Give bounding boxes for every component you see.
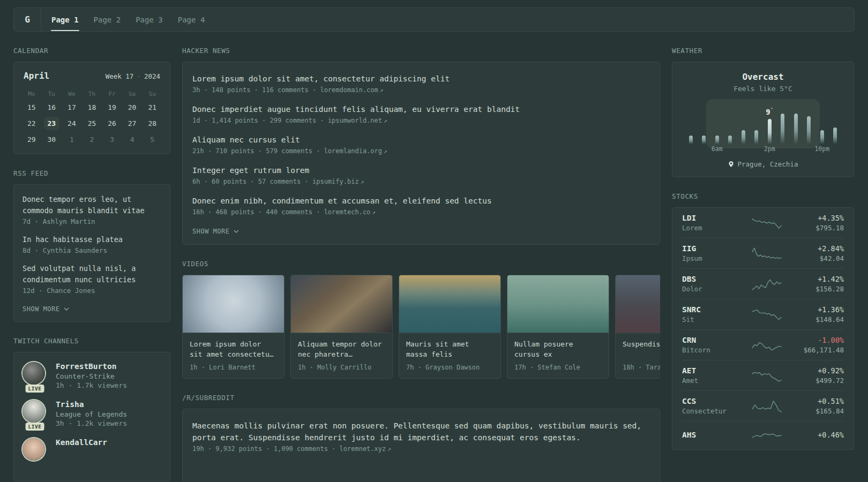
- tab-page-1[interactable]: Page 1: [51, 8, 79, 31]
- stock-id: LDI Lorem: [682, 214, 739, 232]
- calendar-week-label: Week 17: [106, 72, 134, 80]
- hackernews-item-title[interactable]: Donec enim nibh, condimentum et accumsan…: [192, 195, 650, 207]
- hackernews-show-more-button[interactable]: SHOW MORE: [192, 228, 239, 235]
- tab-page-3[interactable]: Page 3: [135, 8, 163, 31]
- stock-row: CRN Bitcorn -1.00% $66,171.48: [682, 329, 844, 360]
- video-thumbnail[interactable]: [183, 275, 284, 333]
- stock-price: $66,171.48: [795, 346, 844, 354]
- video-card[interactable]: Lorem ipsum dolor sit amet consectetu… 1…: [182, 275, 285, 379]
- external-link-icon: ↗: [372, 209, 376, 216]
- hackernews-item: Integer eget rutrum lorem 6h · 60 points…: [192, 164, 650, 185]
- stock-symbol[interactable]: CRN: [682, 336, 739, 344]
- calendar-day-next-month: 2: [84, 133, 100, 146]
- twitch-channel-name[interactable]: ForrestBurton: [56, 362, 127, 371]
- twitch-channel-name[interactable]: KendallCarr: [56, 438, 107, 447]
- video-thumbnail[interactable]: [507, 275, 609, 333]
- rss-card: Donec tempor eros leo, ut commodo mauris…: [13, 184, 170, 322]
- stock-symbol[interactable]: AET: [682, 366, 739, 375]
- video-title[interactable]: Suspendisse diam: [623, 339, 660, 359]
- video-card[interactable]: Nullam posuere cursus ex 17h · Stefan Co…: [507, 275, 609, 379]
- weather-location: Prague, Czechia: [683, 160, 843, 168]
- avatar[interactable]: [23, 362, 45, 385]
- stock-values: +4.35% $795.18: [795, 214, 844, 232]
- stock-sparkline: [739, 337, 795, 353]
- weather-bar: [689, 135, 693, 144]
- subreddit-post-title[interactable]: Maecenas mollis pulvinar erat non posuer…: [192, 420, 650, 443]
- weather-axis-label: 6am: [712, 145, 723, 153]
- stock-symbol[interactable]: SNRC: [682, 305, 739, 314]
- video-thumbnail[interactable]: [399, 275, 500, 333]
- videos-widget: VIDEOS Lorem ipsum dolor sit amet consec…: [182, 260, 660, 379]
- rss-show-more-button[interactable]: SHOW MORE: [23, 305, 69, 313]
- weather-location-label: Prague, Czechia: [738, 160, 798, 168]
- stock-symbol[interactable]: DBS: [682, 275, 739, 283]
- twitch-channel-row: KendallCarr: [23, 438, 161, 461]
- calendar-day: 15: [24, 101, 40, 114]
- video-card[interactable]: Suspendisse diam 18h · Tara: [615, 275, 660, 379]
- video-card[interactable]: Mauris sit amet massa felis 7h · Grayson…: [399, 275, 501, 379]
- video-meta: 1h · Molly Carrillo: [298, 364, 385, 371]
- twitch-channel-name[interactable]: Trisha: [56, 400, 127, 409]
- video-title[interactable]: Aliquam tempor dolor nec pharetra…: [298, 339, 385, 359]
- weather-bar: [702, 135, 706, 144]
- chevron-down-icon: [64, 307, 69, 311]
- weather-bar-current: [768, 119, 772, 144]
- hackernews-item-title[interactable]: Donec imperdiet augue tincidunt felis al…: [192, 103, 650, 115]
- stock-change: +4.35%: [795, 214, 844, 222]
- stock-price: $156.28: [795, 285, 844, 293]
- video-body: Mauris sit amet massa felis 7h · Grayson…: [399, 333, 500, 378]
- calendar-day: 19: [104, 101, 120, 114]
- calendar-widget: CALENDAR April Week 17 · 2024 Mo Tu We: [13, 47, 170, 154]
- show-more-label: SHOW MORE: [23, 305, 60, 313]
- video-title[interactable]: Nullam posuere cursus ex: [514, 339, 602, 359]
- hackernews-domain-link[interactable]: ipsumify.biz: [312, 178, 359, 185]
- hackernews-item-title[interactable]: Integer eget rutrum lorem: [192, 164, 650, 176]
- avatar[interactable]: [23, 438, 45, 461]
- avatar[interactable]: [23, 400, 45, 423]
- rss-item-meta: 8d · Cynthia Saunders: [23, 246, 161, 254]
- weather-axis-label: 10pm: [814, 145, 829, 153]
- hackernews-item-title[interactable]: Lorem ipsum dolor sit amet, consectetur …: [192, 73, 650, 85]
- video-thumbnail[interactable]: [291, 275, 392, 333]
- stock-symbol[interactable]: IIG: [682, 244, 739, 253]
- video-thumbnail[interactable]: [616, 275, 660, 333]
- hackernews-domain-link[interactable]: loremdomain.com: [320, 86, 378, 94]
- hackernews-domain-link[interactable]: loremlandia.org: [324, 147, 382, 155]
- subreddit-domain-link[interactable]: loremnet.xyz: [340, 445, 386, 453]
- stock-values: +2.84% $42.04: [795, 244, 844, 262]
- hackernews-domain-link[interactable]: loremtech.co: [324, 208, 371, 216]
- live-badge: LIVE: [26, 423, 44, 431]
- dashboard-columns: CALENDAR April Week 17 · 2024 Mo Tu We: [13, 47, 855, 482]
- weekday-label: We: [62, 91, 82, 97]
- tab-page-2[interactable]: Page 2: [93, 8, 122, 31]
- stock-symbol[interactable]: AHS: [682, 431, 739, 439]
- stock-symbol[interactable]: CCS: [682, 397, 739, 405]
- video-body: Nullam posuere cursus ex 17h · Stefan Co…: [507, 333, 609, 378]
- video-body: Suspendisse diam 18h · Tara: [616, 333, 660, 378]
- twitch-avatar-wrap: LIVE: [23, 400, 47, 427]
- app-logo[interactable]: G: [14, 8, 41, 31]
- hackernews-item-title[interactable]: Aliquam nec cursus elit: [192, 134, 650, 146]
- stock-change-negative: -1.00%: [795, 336, 844, 344]
- stock-id: CCS Consectetur: [682, 397, 739, 415]
- subreddit-post-meta: 19h · 9,932 points · 1,090 comments · lo…: [192, 445, 650, 453]
- stock-name: Amet: [682, 376, 739, 385]
- hackernews-item-meta: 6h · 60 points · 57 comments · ipsumify.…: [192, 178, 650, 185]
- calendar-day: 28: [144, 117, 160, 130]
- video-title[interactable]: Mauris sit amet massa felis: [406, 339, 493, 359]
- video-card[interactable]: Aliquam tempor dolor nec pharetra… 1h · …: [290, 275, 393, 379]
- video-title[interactable]: Lorem ipsum dolor sit amet consectetu…: [190, 339, 277, 359]
- stock-symbol[interactable]: LDI: [682, 214, 739, 222]
- current-temp-label: 9°: [766, 107, 773, 116]
- stock-name: Sit: [682, 315, 739, 323]
- rss-item-title[interactable]: In hac habitasse platea: [23, 234, 161, 245]
- stock-name: Consectetur: [682, 407, 739, 415]
- hackernews-meta-text: 21h · 710 points · 579 comments ·: [192, 147, 324, 155]
- rss-item-title[interactable]: Sed volutpat nulla nisl, a condimentum n…: [23, 263, 161, 285]
- rss-item: In hac habitasse platea 8d · Cynthia Sau…: [23, 234, 161, 254]
- calendar-day: 29: [24, 133, 40, 146]
- hackernews-domain-link[interactable]: ipsumworld.net: [328, 117, 382, 124]
- stock-price: $148.64: [795, 315, 844, 323]
- tab-page-4[interactable]: Page 4: [177, 8, 206, 31]
- rss-item-title[interactable]: Donec tempor eros leo, ut commodo mauris…: [23, 194, 161, 216]
